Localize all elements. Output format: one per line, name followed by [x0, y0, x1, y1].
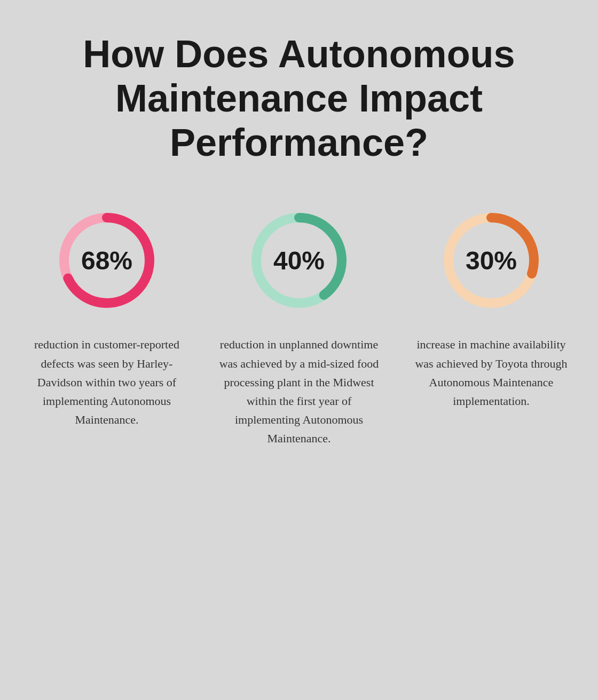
donut-label-1: 68%	[81, 246, 132, 275]
page-title: How Does Autonomous Maintenance Impact P…	[69, 32, 529, 164]
stats-row: 68% reduction in customer-reported defec…	[21, 207, 577, 448]
stat-description-1: reduction in customer-reported defects w…	[27, 335, 187, 429]
stat-item-2: 40% reduction in unplanned downtime was …	[219, 207, 379, 448]
donut-chart-1: 68%	[53, 207, 160, 314]
stat-item-1: 68% reduction in customer-reported defec…	[27, 207, 187, 429]
donut-chart-3: 30%	[438, 207, 545, 314]
donut-label-2: 40%	[273, 246, 325, 275]
stat-description-2: reduction in unplanned downtime was achi…	[219, 335, 379, 448]
stat-item-3: 30% increase in machine availability was…	[411, 207, 571, 410]
stat-description-3: increase in machine availability was ach…	[411, 335, 571, 410]
donut-chart-2: 40%	[246, 207, 352, 314]
donut-label-3: 30%	[466, 246, 517, 275]
